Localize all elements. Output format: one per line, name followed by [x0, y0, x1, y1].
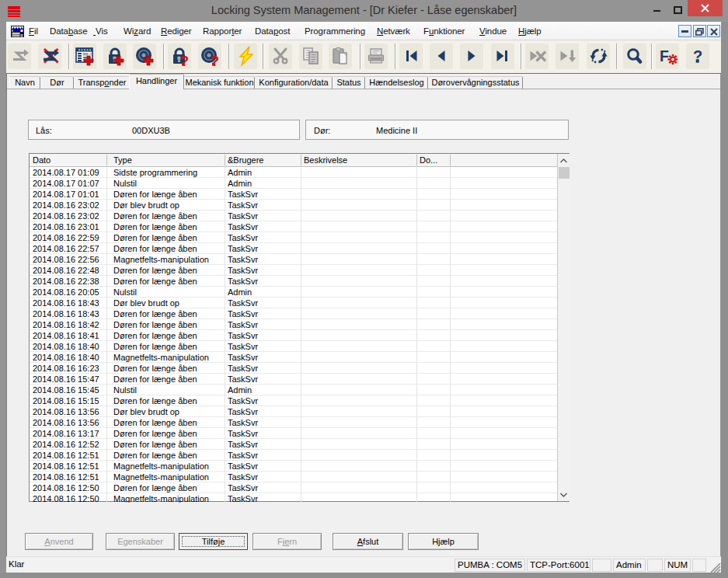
svg-text:F: F — [660, 47, 669, 64]
